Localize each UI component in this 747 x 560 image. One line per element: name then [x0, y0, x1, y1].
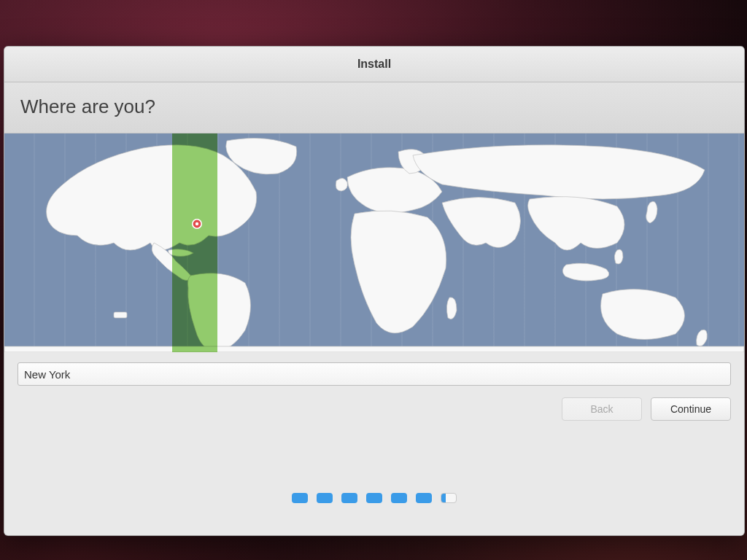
content-area: Where are you?	[4, 82, 744, 535]
svg-rect-0	[114, 312, 127, 318]
installer-window: Install Where are you?	[4, 46, 745, 536]
progress-dot	[292, 493, 308, 503]
continue-button[interactable]: Continue	[651, 397, 731, 421]
page-heading: Where are you?	[4, 82, 744, 133]
window-title: Install	[357, 58, 391, 71]
world-map-svg	[4, 133, 744, 352]
heading-text: Where are you?	[20, 96, 155, 117]
progress-dot-current	[441, 493, 457, 503]
location-row	[4, 352, 744, 393]
location-input[interactable]	[18, 362, 731, 386]
progress-dot	[391, 493, 407, 503]
progress-dot	[341, 493, 357, 503]
progress-dot	[416, 493, 432, 503]
progress-dot	[317, 493, 333, 503]
titlebar: Install	[4, 47, 744, 82]
svg-rect-1	[4, 346, 744, 352]
nav-buttons-row: Back Continue	[4, 393, 744, 421]
progress-dot	[366, 493, 382, 503]
progress-dots	[4, 493, 744, 503]
back-button[interactable]: Back	[562, 397, 642, 421]
timezone-map[interactable]	[4, 133, 744, 352]
